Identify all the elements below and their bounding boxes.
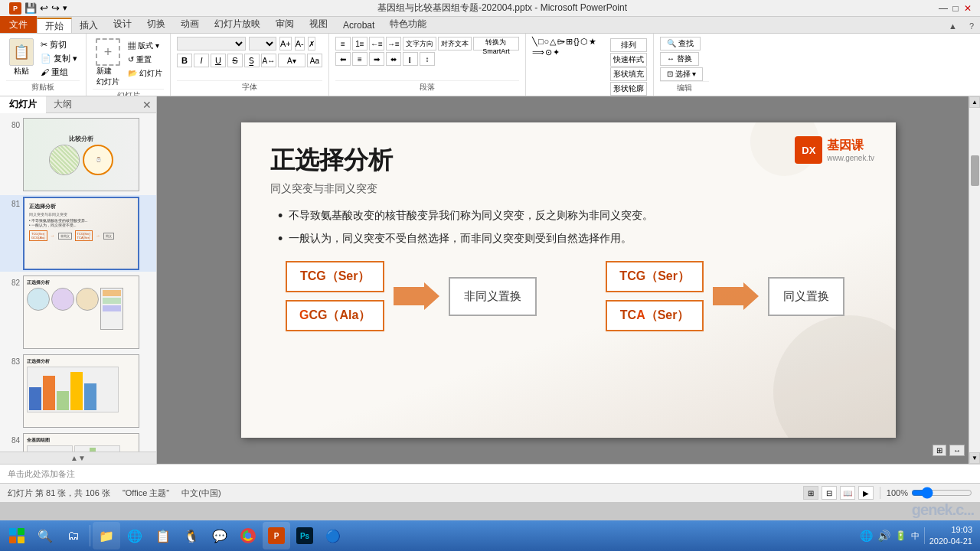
vscroll-up-button[interactable]: ▲ <box>969 96 980 108</box>
normal-view-button[interactable]: ⊞ <box>803 486 818 500</box>
tab-transitions[interactable]: 切换 <box>139 15 173 33</box>
wechat-button[interactable]: 💬 <box>206 522 234 549</box>
align-left-button[interactable]: ⬅ <box>335 52 351 66</box>
tab-review[interactable]: 审阅 <box>268 15 302 33</box>
ribbon-collapse[interactable]: ▲ <box>942 19 963 33</box>
font-color-button[interactable]: A▾ <box>278 54 305 67</box>
increase-font-button[interactable]: A+ <box>279 37 292 51</box>
notes-placeholder: 单击此处添加备注 <box>8 468 75 480</box>
qat-undo[interactable]: ↩ <box>40 2 48 14</box>
panel-close-button[interactable]: ✕ <box>138 99 156 111</box>
font-size-select[interactable] <box>249 37 276 51</box>
arrange-button[interactable]: 排列 <box>610 38 647 52</box>
shadow-button[interactable]: S̲ <box>244 54 260 67</box>
tab-slideshow[interactable]: 幻灯片放映 <box>207 15 268 33</box>
tab-home[interactable]: 开始 <box>37 18 72 33</box>
numbering-button[interactable]: 1≡ <box>352 37 368 51</box>
paste-button[interactable]: 📋 粘贴 <box>6 37 37 78</box>
column-button[interactable]: ⫿ <box>403 52 418 66</box>
vscroll-thumb[interactable] <box>971 155 979 186</box>
panel-scroll-down[interactable]: ▼ <box>78 454 86 462</box>
minimize-button[interactable]: — <box>937 2 949 15</box>
help-button[interactable]: ? <box>963 19 980 33</box>
tab-file[interactable]: 文件 <box>0 16 37 33</box>
char-spacing-button[interactable]: A↔ <box>261 54 276 67</box>
italic-button[interactable]: I <box>194 54 209 67</box>
explorer-button[interactable]: 📁 <box>93 522 120 549</box>
format-painter-button[interactable]: 🖌 重组 <box>38 66 80 79</box>
bullets-button[interactable]: ≡ <box>335 37 351 51</box>
slide-item-83[interactable]: 83 正选择分析 <box>0 353 156 429</box>
panel-scroll-up[interactable]: ▲ <box>70 454 78 462</box>
layout-button[interactable]: ▦ 版式 ▾ <box>126 40 164 52</box>
panel-tab-slides[interactable]: 幻灯片 <box>0 96 46 113</box>
underline-button[interactable]: U <box>211 54 226 67</box>
systray-keyboard-icon: 中 <box>911 530 920 542</box>
powerpoint-button[interactable]: P <box>263 522 290 549</box>
slide-item-82[interactable]: 82 正选择分析 <box>0 274 156 350</box>
totalcmd-button[interactable]: 📋 <box>149 522 177 549</box>
bold-button[interactable]: B <box>177 54 192 67</box>
zoom-slider[interactable] <box>911 487 972 498</box>
qq-button[interactable]: 🐧 <box>178 522 205 549</box>
decrease-indent-button[interactable]: ←≡ <box>369 37 384 51</box>
find-button[interactable]: 🔍 查找 <box>660 37 701 51</box>
strikethrough-button[interactable]: S <box>227 54 243 67</box>
smartart-button[interactable]: 转换为SmartArt <box>473 37 519 51</box>
shape-outline-button[interactable]: 形状轮廓 <box>610 82 647 96</box>
qat-redo[interactable]: ↪ <box>51 2 60 14</box>
maximize-button[interactable]: □ <box>949 2 962 15</box>
sougou-button[interactable]: 🔵 <box>319 522 347 549</box>
slide-sorter-button[interactable]: ⊟ <box>822 486 837 500</box>
tab-special[interactable]: 特色功能 <box>382 15 434 33</box>
cut-button[interactable]: ✂ 剪切 <box>38 38 80 51</box>
systray-network-icon: 🌐 <box>860 530 873 542</box>
decrease-font-button[interactable]: A- <box>295 37 305 51</box>
align-text-button[interactable]: 对齐文本 <box>438 37 472 51</box>
tab-view[interactable]: 视图 <box>302 15 335 33</box>
notes-bar[interactable]: 单击此处添加备注 <box>0 464 980 483</box>
tab-insert[interactable]: 插入 <box>72 18 106 33</box>
quick-styles-button[interactable]: 快速样式 <box>610 53 647 67</box>
increase-indent-button[interactable]: →≡ <box>386 37 401 51</box>
slide-item-81[interactable]: 81 正选择分析 同义突变与非同义突变 • 不导致氨基酸改变的核苷酸变异... … <box>0 195 156 272</box>
slide-subtitle: 同义突变与非同义突变 <box>270 182 867 196</box>
search-button[interactable]: 🔍 <box>31 522 59 549</box>
line-spacing-button[interactable]: ↕ <box>420 52 435 66</box>
view-adjust-button[interactable]: ↔ <box>949 445 965 456</box>
slideshow-view-button[interactable]: ▶ <box>858 486 874 500</box>
new-slide-button[interactable]: + 新建幻灯片 <box>93 37 123 89</box>
tab-animations[interactable]: 动画 <box>173 15 207 33</box>
close-button[interactable]: ✕ <box>962 2 974 15</box>
taskview-button[interactable]: 🗂 <box>60 522 87 549</box>
qat-save[interactable]: 💾 <box>24 2 37 14</box>
fit-slide-button[interactable]: ⊞ <box>933 445 946 456</box>
clear-format-button[interactable]: ✗ <box>308 37 315 51</box>
align-right-button[interactable]: ➡ <box>369 52 384 66</box>
tab-acrobat[interactable]: Acrobat <box>335 18 382 33</box>
reset-button[interactable]: ↺ 重置 <box>126 54 164 66</box>
justify-button[interactable]: ⬌ <box>386 52 401 66</box>
chrome-button[interactable] <box>234 522 262 549</box>
start-button[interactable] <box>3 522 31 549</box>
panel-tab-outline[interactable]: 大纲 <box>46 96 80 113</box>
reading-view-button[interactable]: 📖 <box>840 486 855 500</box>
shape-fill-button[interactable]: 形状填充 <box>610 67 647 81</box>
tab-design[interactable]: 设计 <box>106 15 139 33</box>
align-center-button[interactable]: ≡ <box>352 52 368 66</box>
vscroll-down-button[interactable]: ▼ <box>969 452 980 464</box>
photoshop-button[interactable]: Ps <box>291 522 318 549</box>
label-synonymous: 同义置换 <box>768 277 844 316</box>
select-button[interactable]: ⊡ 选择 ▾ <box>660 67 704 81</box>
replace-button[interactable]: ↔ 替换 <box>660 52 699 66</box>
bullet-text-2: 一般认为，同义突变不受自然选择，而非同义突变则受到自然选择作用。 <box>289 231 867 248</box>
slide-item-80[interactable]: 80 比较分析 ⌚ <box>0 116 156 193</box>
copy-button[interactable]: 📄 复制 ▾ <box>38 52 80 65</box>
text-direction-button[interactable]: 文字方向 <box>403 37 436 51</box>
shapes-gallery[interactable]: ╲ □ ○ △ ⌲ ⊞ {} ⬡ ★ ⟹ ⊙ ✦ <box>532 37 609 57</box>
section-button[interactable]: 📂 幻灯片 <box>126 67 164 80</box>
slide-item-84[interactable]: 84 全基因组图 <box>0 432 156 452</box>
font-family-select[interactable] <box>177 37 246 51</box>
font-case-button[interactable]: Aa <box>307 54 322 67</box>
edge-button[interactable]: 🌐 <box>121 522 149 549</box>
